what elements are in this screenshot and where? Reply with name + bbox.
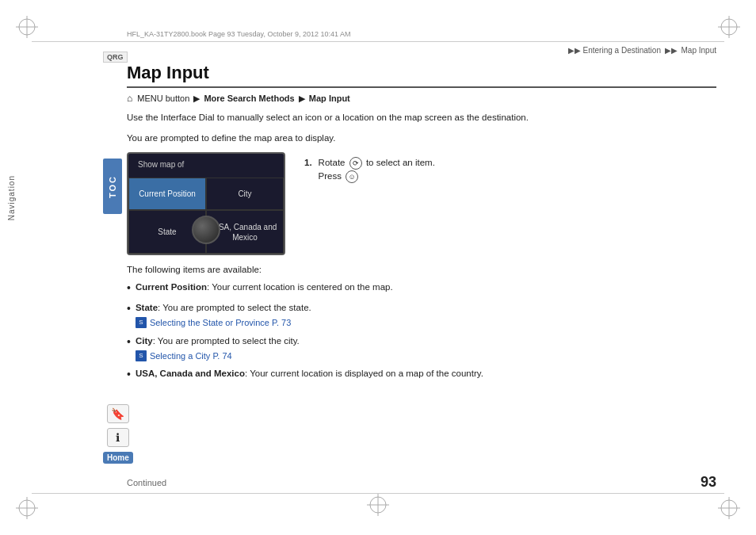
step-1-text: Rotate ⟳ to select an item. Press ☺ — [319, 156, 435, 184]
term-1: Current Position — [136, 282, 207, 292]
list-item-city: • City: You are prompted to select the c… — [127, 334, 716, 363]
bottom-border — [32, 493, 724, 494]
interface-dial — [192, 216, 220, 244]
step-rotate-label: Rotate — [319, 158, 346, 167]
desc-3: : You are prompted to select the city. — [153, 336, 300, 346]
corner-mark-tl — [16, 16, 38, 38]
center-bottom-mark — [367, 494, 389, 516]
term-3: City — [136, 336, 153, 346]
menu-path: ⌂ MENU button ▶ More Search Methods ▶ Ma… — [127, 93, 716, 104]
continued-label: Continued — [127, 478, 166, 487]
bullet-3: • — [127, 334, 131, 350]
corner-mark-br — [718, 497, 740, 519]
list-item-usa: • USA, Canada and Mexico: Your current l… — [127, 367, 716, 383]
screen-label: Show map of — [138, 160, 184, 169]
menu-path-label: MENU button ▶ More Search Methods ▶ Map … — [137, 94, 350, 104]
page-title: Map Input — [127, 63, 716, 88]
desc-2: : You are prompted to select the state. — [158, 303, 311, 312]
menu-home-icon: ⌂ — [127, 93, 132, 104]
link-1[interactable]: S Selecting the State or Province P. 73 — [136, 316, 311, 330]
file-path: HFL_KA-31TY2800.book Page 93 Tuesday, Oc… — [127, 30, 351, 38]
screen-container: Show map of Current Position City State … — [127, 152, 716, 255]
bullet-1: • — [127, 280, 131, 296]
bookmark-icon-button[interactable]: 🔖 — [107, 404, 129, 423]
term-2: State — [136, 303, 158, 312]
screen-image: Show map of Current Position City State … — [127, 152, 285, 255]
toc-button[interactable]: TOC — [103, 159, 122, 214]
step-1: 1. Rotate ⟳ to select an item. Press ☺ — [304, 156, 716, 184]
list-item-state: • State: You are prompted to select the … — [127, 301, 716, 330]
items-header: The following items are available: — [127, 265, 716, 274]
item-text-2: State: You are prompted to select the st… — [136, 301, 311, 330]
bullet-4: • — [127, 366, 131, 383]
prompt-text: You are prompted to define the map area … — [127, 131, 716, 145]
item-text-3: City: You are prompted to select the cit… — [136, 334, 300, 363]
list-item-current-position: • Current Position: Your current locatio… — [127, 281, 716, 296]
description-text: Use the Interface Dial to manually selec… — [127, 110, 716, 124]
term-4: USA, Canada and Mexico — [136, 369, 245, 378]
corner-mark-tr — [718, 16, 740, 38]
rotate-icon: ⟳ — [349, 157, 362, 170]
items-list: • Current Position: Your current locatio… — [127, 281, 716, 384]
screen-item-current-position: Current Position — [128, 178, 206, 211]
link-icon-1: S — [136, 317, 147, 328]
top-border — [32, 41, 724, 42]
page-number: 93 — [701, 474, 716, 491]
item-text-4: USA, Canada and Mexico: Your current loc… — [136, 367, 483, 380]
corner-mark-bl — [16, 497, 38, 519]
link-text-2: Selecting a City P. 74 — [150, 350, 232, 363]
sidebar-nav-label: Navigation — [7, 175, 16, 220]
desc-4: : Your current location is displayed on … — [245, 369, 483, 378]
link-icon-2: S — [136, 350, 147, 361]
step-press-label: Press — [319, 171, 342, 181]
step-1-number: 1. — [304, 156, 312, 184]
link-2[interactable]: S Selecting a City P. 74 — [136, 350, 300, 363]
desc-1: : Your current location is centered on t… — [207, 282, 393, 292]
item-text-1: Current Position: Your current location … — [136, 281, 393, 294]
main-content: Map Input ⌂ MENU button ▶ More Search Me… — [127, 52, 716, 487]
info-icon-button[interactable]: ℹ — [107, 428, 129, 447]
footer: Continued 93 — [127, 474, 716, 491]
step-select-label: to select an item. — [366, 158, 435, 167]
sidebar-navigation: Navigation — [4, 119, 18, 277]
menu-button-label: MENU button — [137, 94, 192, 103]
bullet-2: • — [127, 300, 131, 317]
qrg-badge[interactable]: QRG — [103, 52, 128, 63]
press-icon: ☺ — [346, 170, 358, 183]
screen-item-city: City — [206, 178, 284, 211]
link-text-1: Selecting the State or Province P. 73 — [150, 316, 291, 330]
step-instructions: 1. Rotate ⟳ to select an item. Press ☺ — [304, 152, 716, 190]
